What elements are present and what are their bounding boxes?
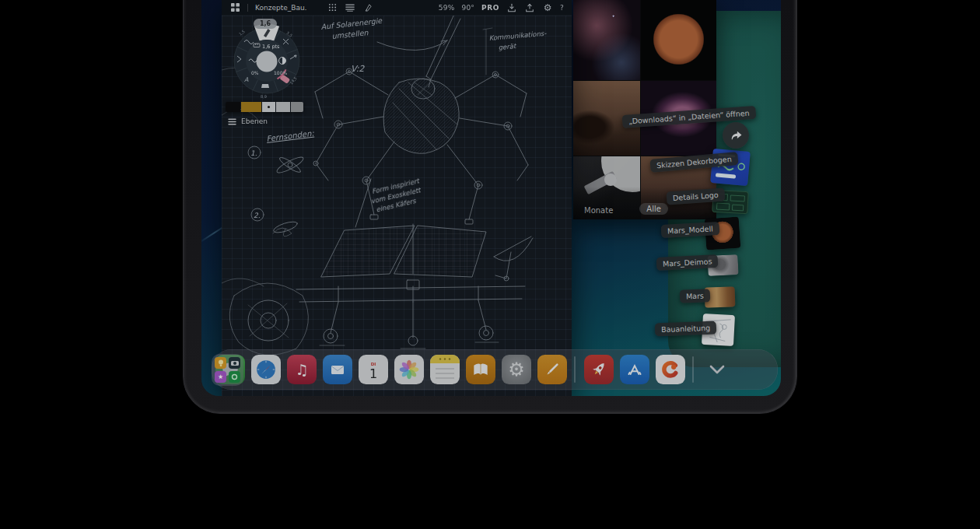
linea-sketch-app-icon[interactable] [537,355,567,384]
opacity-max: 100% [274,70,287,75]
swatch-black[interactable] [226,102,240,112]
zoom-level[interactable]: 59% [439,4,455,12]
dock-divider [692,356,694,383]
stroke-size-value: 1,6 pts [262,44,280,50]
document-title[interactable]: Konzepte_Bau… [255,4,306,12]
segment-alle[interactable]: Alle [639,203,668,215]
share-forward-button[interactable] [723,122,749,149]
gallery-grid-icon[interactable] [229,2,240,13]
pen-nib-icon[interactable] [362,2,373,13]
layers-button[interactable]: Ebenen [228,117,268,125]
photo-thumb-horsehead-nebula[interactable] [573,0,640,80]
annotation-solar-1: Auf Solarenergie [320,16,383,31]
color-palette-bar[interactable] [226,102,303,112]
toolbar-divider [247,4,248,12]
rotation-value[interactable]: 90° [461,4,474,12]
selected-swatch-dot [268,106,270,108]
tool-wheel[interactable]: A 1,5 5,5 14,5 8,9 1,6 pts [231,19,303,101]
layers-label: Ebenen [241,117,268,125]
help-button[interactable]: ? [560,4,564,12]
photo-thumb-mars-globe[interactable] [641,0,716,80]
swatch-gold[interactable] [241,102,261,112]
swatch-lightgray-selected[interactable] [262,102,275,112]
chevron-down-icon [709,365,725,374]
settings-gear-icon[interactable]: ⚙ [542,2,553,13]
ring-size-4: 8,9 [261,94,267,99]
opacity-min: 0% [251,70,259,75]
text-tool-icon: A [244,76,249,83]
dock-chevron-down[interactable] [705,361,730,378]
size-tooltip: 1,6 [254,19,277,29]
calendar-app-icon[interactable]: DI 1 [359,355,388,384]
mail-app-icon[interactable] [323,355,352,384]
app-store-app-icon[interactable] [620,355,649,384]
probe-dish [604,173,617,186]
mini-app-camera [229,357,240,369]
safari-app-icon[interactable] [251,355,281,384]
concepts-app-window: Konzepte_Bau… 59% 90° PRO [222,0,572,396]
dock-divider [574,356,576,383]
calendar-day: 1 [369,368,377,380]
forward-arrow-icon [729,129,743,142]
export-icon[interactable] [524,2,535,13]
fill-tool-icon [261,84,269,88]
annotation-comm-1: Kommunikations- [488,30,547,42]
annotation-num2: 2. [254,212,261,219]
pro-badge[interactable]: PRO [481,4,499,12]
dock: ♫ DI 1 [212,349,778,390]
books-app-icon[interactable] [466,355,495,384]
mini-app-lightbulb [215,357,226,369]
swatch-darkgray[interactable] [291,102,303,112]
ring-size-1: 1,5 [238,29,246,37]
mini-app-star: ★ [215,371,226,383]
annotation-probes: Fernsonden: [266,128,315,142]
music-app-icon[interactable]: ♫ [287,355,317,384]
current-color-well [257,51,278,72]
hamburger-icon [228,118,236,125]
app-library-icon[interactable]: ★ [212,354,243,386]
annotation-num1: 1. [250,149,257,157]
page: Konzepte_Bau… 59% 90° PRO [0,0,980,529]
annotation-solar-2: umstellen [331,28,369,40]
photos-app-icon[interactable] [394,355,424,384]
notes-app-icon[interactable] [430,355,460,384]
concepts-app-icon[interactable] [656,355,685,384]
import-icon[interactable] [506,2,517,13]
precision-grid-icon[interactable] [327,2,338,13]
concepts-toolbar: Konzepte_Bau… 59% 90° PRO [222,0,572,16]
layers-stack-icon[interactable] [345,2,355,13]
drag-item-label[interactable]: Bauanleitung [655,321,717,337]
annotation-comm-2: gerät [498,42,517,51]
mini-app-ring [229,371,240,383]
swatch-gray[interactable] [276,102,289,112]
rocket-app-icon[interactable] [584,355,614,384]
settings-app-icon[interactable]: ⚙ [502,355,531,384]
drag-item-label[interactable]: Mars [680,289,710,303]
annotation-version: V:2 [351,64,365,74]
segment-monate[interactable]: Monate [584,206,613,215]
ipad-screen: Konzepte_Bau… 59% 90° PRO [201,0,781,396]
